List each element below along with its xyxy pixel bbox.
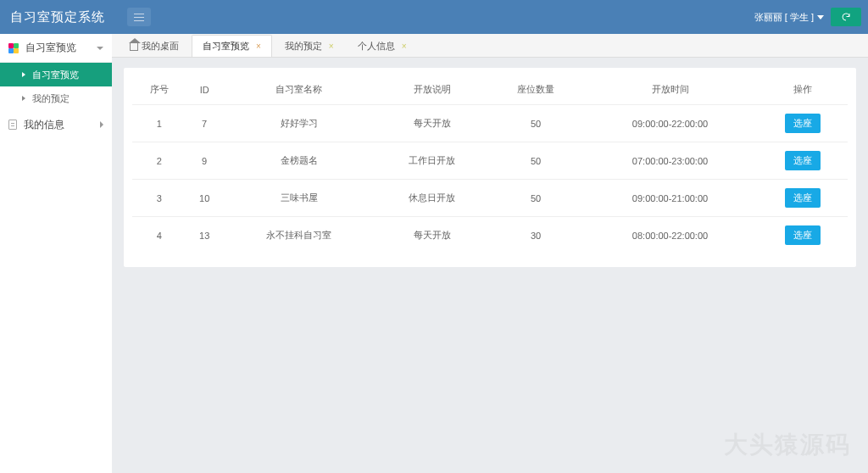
cell-id: 9 [186, 142, 223, 180]
cell-open_time: 08:00:00-22:00:00 [582, 217, 758, 254]
close-icon[interactable]: × [256, 42, 261, 51]
cell-open_desc: 休息日开放 [376, 180, 489, 217]
sidebar-label: 我的信息 [24, 118, 64, 132]
cell-open_time: 09:00:00-22:00:00 [582, 105, 758, 142]
col-opendesc: 开放说明 [376, 75, 489, 105]
select-seat-button[interactable]: 选座 [785, 188, 821, 208]
cell-name: 三味书屋 [223, 180, 376, 217]
cell-name: 金榜题名 [223, 142, 376, 180]
cell-open_time: 09:00:00-21:00:00 [582, 180, 758, 217]
table-row: 310三味书屋休息日开放5009:00:00-21:00:00选座 [132, 180, 848, 217]
cell-seats: 50 [489, 180, 582, 217]
table-row: 29金榜题名工作日开放5007:00:00-23:00:00选座 [132, 142, 848, 180]
tab-preview[interactable]: 自习室预览 × [192, 35, 272, 57]
table-row: 17好好学习每天开放5009:00:00-22:00:00选座 [132, 105, 848, 142]
chevron-right-icon [100, 121, 103, 128]
cell-open_desc: 每天开放 [376, 105, 489, 142]
sidebar: 自习室预览 自习室预览 我的预定 我的信息 [0, 34, 112, 473]
cell-seq: 4 [132, 217, 186, 254]
tab-home[interactable]: 我的桌面 [119, 35, 190, 57]
cell-seats: 30 [489, 217, 582, 254]
col-ops: 操作 [758, 75, 848, 105]
sidebar-category-myinfo[interactable]: 我的信息 [0, 110, 112, 139]
tab-label: 个人信息 [358, 40, 395, 53]
user-menu[interactable]: 张丽丽 [ 学生 ] [754, 8, 861, 26]
sidebar-item-myreserve[interactable]: 我的预定 [0, 86, 112, 110]
table-header-row: 序号 ID 自习室名称 开放说明 座位数量 开放时间 操作 [132, 75, 848, 105]
col-seats: 座位数量 [489, 75, 582, 105]
content-area: 序号 ID 自习室名称 开放说明 座位数量 开放时间 操作 17好好学习每天开放… [112, 58, 868, 473]
col-id: ID [186, 75, 223, 105]
tab-personal[interactable]: 个人信息 × [347, 35, 418, 57]
tab-bar: 我的桌面 自习室预览 × 我的预定 × 个人信息 × [112, 34, 868, 58]
cell-name: 好好学习 [223, 105, 376, 142]
cell-id: 7 [186, 105, 223, 142]
tab-label: 自习室预览 [203, 40, 249, 53]
tab-label: 我的预定 [285, 40, 322, 53]
cell-seq: 1 [132, 105, 186, 142]
close-icon[interactable]: × [329, 42, 334, 51]
sidebar-item-label: 我的预定 [32, 92, 70, 105]
col-opentime: 开放时间 [582, 75, 758, 105]
col-name: 自习室名称 [223, 75, 376, 105]
cell-ops: 选座 [758, 217, 848, 254]
refresh-icon [841, 12, 851, 22]
cell-ops: 选座 [758, 142, 848, 180]
select-seat-button[interactable]: 选座 [785, 114, 821, 133]
app-header: 自习室预定系统 张丽丽 [ 学生 ] [0, 0, 868, 34]
cell-name: 永不挂科自习室 [223, 217, 376, 254]
user-label: 张丽丽 [ 学生 ] [754, 11, 814, 24]
cell-seq: 2 [132, 142, 186, 180]
table-row: 413永不挂科自习室每天开放3008:00:00-22:00:00选座 [132, 217, 848, 254]
cell-seats: 50 [489, 142, 582, 180]
close-icon[interactable]: × [402, 42, 407, 51]
select-seat-button[interactable]: 选座 [785, 225, 821, 245]
cell-seats: 50 [489, 105, 582, 142]
refresh-button[interactable] [831, 8, 861, 26]
hamburger-icon [134, 17, 144, 18]
home-icon [130, 42, 138, 51]
cell-open_time: 07:00:00-23:00:00 [582, 142, 758, 180]
chevron-down-icon [817, 15, 824, 19]
table-panel: 序号 ID 自习室名称 开放说明 座位数量 开放时间 操作 17好好学习每天开放… [124, 68, 856, 267]
tab-myreserve[interactable]: 我的预定 × [274, 35, 345, 57]
tab-label: 我的桌面 [142, 40, 179, 53]
sidebar-item-preview[interactable]: 自习室预览 [0, 63, 112, 86]
arrow-right-icon [22, 96, 25, 101]
arrow-right-icon [22, 72, 25, 77]
cell-id: 10 [186, 180, 223, 217]
app-title: 自习室预定系统 [10, 9, 105, 25]
document-icon [8, 120, 17, 130]
col-seq: 序号 [132, 75, 186, 105]
sidebar-category-preview[interactable]: 自习室预览 [0, 34, 112, 63]
cell-ops: 选座 [758, 105, 848, 142]
cell-seq: 3 [132, 180, 186, 217]
sidebar-label: 自习室预览 [25, 41, 76, 55]
cell-ops: 选座 [758, 180, 848, 217]
sidebar-item-label: 自习室预览 [32, 69, 79, 81]
category-icon [8, 43, 19, 53]
cell-id: 13 [186, 217, 223, 254]
cell-open_desc: 每天开放 [376, 217, 489, 254]
room-table: 序号 ID 自习室名称 开放说明 座位数量 开放时间 操作 17好好学习每天开放… [132, 75, 848, 253]
cell-open_desc: 工作日开放 [376, 142, 489, 180]
select-seat-button[interactable]: 选座 [785, 151, 821, 170]
menu-toggle-button[interactable] [127, 8, 151, 26]
chevron-down-icon [97, 47, 103, 50]
